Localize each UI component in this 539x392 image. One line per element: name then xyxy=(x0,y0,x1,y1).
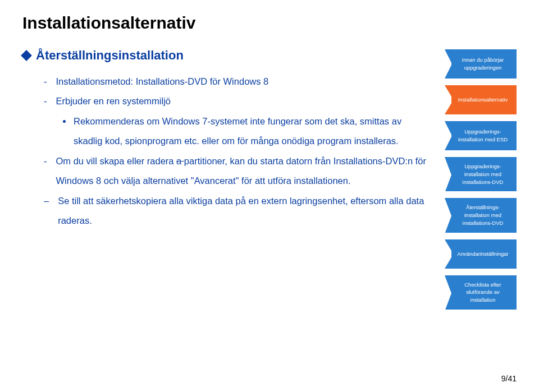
list-item-text: Om du vill skapa eller radera a partitio… xyxy=(56,151,431,191)
page-title: Installationsalternativ xyxy=(22,13,517,33)
list-item-text: Se till att säkerhetskopiera alla viktig… xyxy=(58,191,430,231)
nav-step-label: Innan du påbörjar uppgraderingen xyxy=(454,56,512,72)
page-number: 9/41 xyxy=(501,374,517,383)
dash-marker-icon: - xyxy=(44,151,47,191)
main-column: Återställningsinstallation - Installatio… xyxy=(22,48,430,310)
list-item-text: Installationsmetod: Installations-DVD fö… xyxy=(56,72,431,91)
nav-step-label: Uppgraderings-installation med ESD xyxy=(454,128,512,144)
nav-step-upgrade-esd[interactable]: Uppgraderings-installation med ESD xyxy=(445,121,517,150)
bullet-list: - Installationsmetod: Installations-DVD … xyxy=(22,72,430,231)
dot-marker-icon xyxy=(63,120,66,123)
diamond-bullet-icon xyxy=(21,50,32,61)
nav-step-user-settings[interactable]: Användarinställningar xyxy=(445,239,517,269)
nav-step-restore-dvd[interactable]: Återställnings-installation med installa… xyxy=(445,198,517,232)
subheading-row: Återställningsinstallation xyxy=(22,48,430,63)
sidebar-nav: Innan du påbörjar uppgraderingen Install… xyxy=(445,48,517,310)
nav-step-before-upgrade[interactable]: Innan du påbörjar uppgraderingen xyxy=(445,49,517,79)
content-row: Återställningsinstallation - Installatio… xyxy=(22,48,517,310)
nav-step-checklist[interactable]: Checklista efter slutförande av installa… xyxy=(445,275,517,310)
dash-marker-icon: - xyxy=(44,72,47,91)
list-item: - Installationsmetod: Installations-DVD … xyxy=(44,72,430,91)
strikethrough-text: a xyxy=(176,156,184,166)
nav-step-label: Uppgraderings-installation med installat… xyxy=(454,163,512,186)
nav-step-label: Installationsalternativ xyxy=(458,96,508,104)
subheading-text: Återställningsinstallation xyxy=(36,48,184,63)
nav-step-label: Återställnings-installation med installa… xyxy=(454,204,512,227)
nav-step-upgrade-dvd[interactable]: Uppgraderings-installation med installat… xyxy=(445,157,517,191)
text-fragment: Om du vill skapa eller radera xyxy=(56,156,177,166)
list-item: - Om du vill skapa eller radera a partit… xyxy=(44,151,430,191)
list-item: – Se till att säkerhetskopiera alla vikt… xyxy=(44,191,430,231)
list-item-text: Erbjuder en ren systemmiljö xyxy=(56,91,431,111)
nav-step-install-alternatives[interactable]: Installationsalternativ xyxy=(445,85,517,114)
list-item: - Erbjuder en ren systemmiljö xyxy=(44,91,430,111)
sub-list-item-text: Rekommenderas om Windows 7-systemet inte… xyxy=(74,112,430,151)
sub-list-item: Rekommenderas om Windows 7-systemet inte… xyxy=(44,112,430,151)
endash-marker-icon: – xyxy=(44,191,49,231)
nav-step-label: Användarinställningar xyxy=(457,250,508,258)
nav-step-label: Checklista efter slutförande av installa… xyxy=(454,281,512,304)
dash-marker-icon: - xyxy=(44,91,47,111)
